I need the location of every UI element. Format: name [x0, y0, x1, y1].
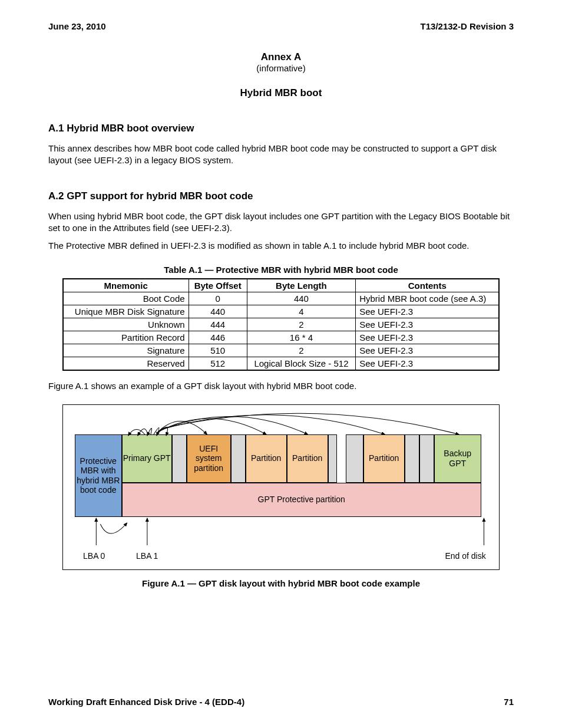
table-row: Boot Code 0 440 Hybrid MBR boot code (se…	[63, 292, 500, 305]
cell: Hybrid MBR boot code (see A.3)	[356, 292, 500, 305]
cell: Unknown	[63, 318, 189, 331]
block-gap	[405, 434, 419, 483]
block-partition: Partition	[363, 434, 405, 483]
block-gap	[231, 434, 246, 483]
block-gap	[172, 434, 187, 483]
table-row: Reserved 512 Logical Block Size - 512 Se…	[63, 357, 500, 371]
section-a1-heading: A.1 Hybrid MBR boot overview	[48, 123, 514, 134]
block-gap	[346, 434, 363, 483]
cell: 4	[247, 305, 355, 318]
table-row: Partition Record 446 16 * 4 See UEFI-2.3	[63, 331, 500, 344]
page-header: June 23, 2010 T13/2132-D Revision 3	[48, 21, 514, 31]
figure-a1: Protective MBR with hybrid MBR boot code…	[62, 404, 500, 570]
page-footer: Working Draft Enhanced Disk Drive - 4 (E…	[48, 697, 514, 707]
label-end: End of disk	[427, 551, 486, 561]
block-protective: GPT Protective partition	[122, 483, 481, 517]
header-date: June 23, 2010	[48, 21, 106, 31]
section-a2-p3: Figure A.1 shows an example of a GPT dis…	[48, 380, 514, 392]
cell: See UEFI-2.3	[356, 305, 500, 318]
section-a2-heading: A.2 GPT support for hybrid MBR boot code	[48, 190, 514, 202]
annex-subtitle: Hybrid MBR boot	[48, 87, 514, 99]
table-caption: Table A.1 — Protective MBR with hybrid M…	[48, 265, 514, 275]
cell: See UEFI-2.3	[356, 331, 500, 344]
cell: 2	[247, 344, 355, 357]
footer-page: 71	[504, 697, 514, 707]
block-gap	[328, 434, 337, 483]
cell: 440	[189, 305, 247, 318]
th-byte-length: Byte Length	[247, 279, 355, 292]
block-backup-gpt: Backup GPT	[434, 434, 481, 483]
block-uefi: UEFI system partition	[187, 434, 231, 483]
section-a2-p2: The Protective MBR defined in UEFI-2.3 i…	[48, 240, 514, 252]
cell: Unique MBR Disk Signature	[63, 305, 189, 318]
table-body: Boot Code 0 440 Hybrid MBR boot code (se…	[63, 292, 500, 371]
footer-left: Working Draft Enhanced Disk Drive - 4 (E…	[48, 697, 244, 707]
label-lba0: LBA 0	[68, 551, 121, 561]
annex-informative: (informative)	[48, 63, 514, 73]
header-docid: T13/2132-D Revision 3	[421, 21, 514, 31]
figure-caption: Figure A.1 — GPT disk layout with hybrid…	[48, 578, 514, 588]
cell: See UEFI-2.3	[356, 344, 500, 357]
cell: 2	[247, 318, 355, 331]
cell: 512	[189, 357, 247, 371]
cell: 440	[247, 292, 355, 305]
cell: Boot Code	[63, 292, 189, 305]
th-byte-offset: Byte Offset	[189, 279, 247, 292]
cell: 0	[189, 292, 247, 305]
th-contents: Contents	[356, 279, 500, 292]
block-primary-gpt: Primary GPT	[122, 434, 172, 483]
cell: 446	[189, 331, 247, 344]
block-partition: Partition	[246, 434, 287, 483]
annex-title: Annex A	[48, 51, 514, 63]
table-row: Unique MBR Disk Signature 440 4 See UEFI…	[63, 305, 500, 318]
table-row: Unknown 444 2 See UEFI-2.3	[63, 318, 500, 331]
table-a1: Mnemonic Byte Offset Byte Length Content…	[62, 278, 500, 371]
label-lba1: LBA 1	[121, 551, 174, 561]
block-partition: Partition	[287, 434, 328, 483]
table-header-row: Mnemonic Byte Offset Byte Length Content…	[63, 279, 500, 292]
cell: See UEFI-2.3	[356, 318, 500, 331]
cell: 444	[189, 318, 247, 331]
section-a2-p1: When using hybrid MBR boot code, the GPT…	[48, 210, 514, 235]
cell: 510	[189, 344, 247, 357]
cell: 16 * 4	[247, 331, 355, 344]
cell: Signature	[63, 344, 189, 357]
block-mbr: Protective MBR with hybrid MBR boot code	[75, 434, 122, 517]
section-a1-p1: This annex describes how MBR boot code c…	[48, 143, 514, 167]
th-mnemonic: Mnemonic	[63, 279, 189, 292]
diagram: Protective MBR with hybrid MBR boot code…	[68, 411, 495, 561]
cell: Partition Record	[63, 331, 189, 344]
block-gap	[419, 434, 434, 483]
cell: See UEFI-2.3	[356, 357, 500, 371]
table-row: Signature 510 2 See UEFI-2.3	[63, 344, 500, 357]
cell: Logical Block Size - 512	[247, 357, 355, 371]
cell: Reserved	[63, 357, 189, 371]
